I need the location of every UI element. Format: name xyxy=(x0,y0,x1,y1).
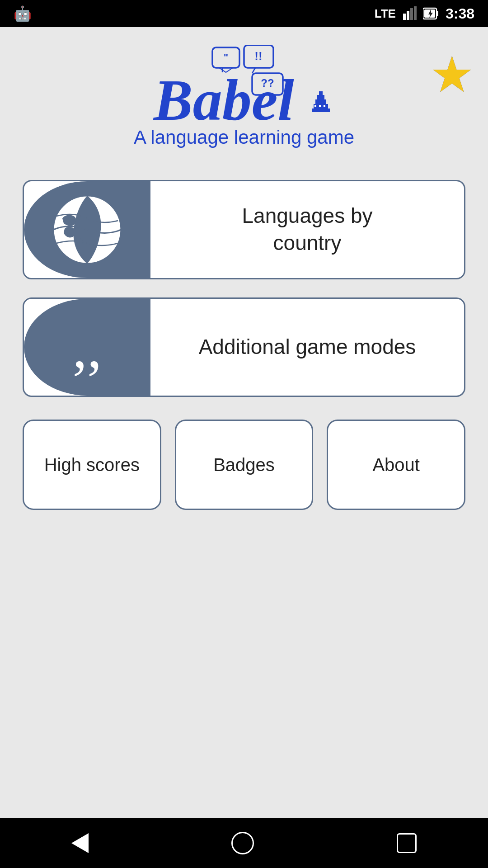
additional-game-modes-button[interactable]: ,, Additional game modes xyxy=(23,297,465,397)
svg-rect-1 xyxy=(407,11,409,20)
high-scores-button[interactable]: High scores xyxy=(23,420,161,510)
navigation-bar xyxy=(0,818,488,868)
svg-rect-23 xyxy=(314,105,316,107)
lte-indicator: LTE xyxy=(375,7,396,21)
back-icon xyxy=(71,833,89,853)
svg-rect-25 xyxy=(324,105,325,107)
recent-apps-icon xyxy=(397,833,417,853)
languages-by-country-button[interactable]: Languages bycountry xyxy=(23,180,465,279)
svg-rect-20 xyxy=(315,99,326,104)
back-button[interactable] xyxy=(71,833,89,853)
svg-text:!!: !! xyxy=(254,49,262,63)
svg-rect-3 xyxy=(414,6,417,20)
svg-rect-24 xyxy=(319,105,321,107)
svg-rect-0 xyxy=(403,14,406,20)
header: " !! ?? Babel xyxy=(14,45,474,166)
about-button[interactable]: About xyxy=(327,420,465,510)
svg-rect-18 xyxy=(312,108,330,112)
badges-button[interactable]: Badges xyxy=(175,420,314,510)
main-content: " !! ?? Babel xyxy=(0,27,488,818)
svg-rect-5 xyxy=(436,11,438,16)
svg-text:": " xyxy=(224,52,228,63)
quote-icon-container: ,, xyxy=(24,299,150,396)
logo-area: " !! ?? Babel xyxy=(134,45,354,166)
home-button[interactable] xyxy=(231,832,254,854)
additional-game-modes-label: Additional game modes xyxy=(150,334,464,361)
recent-apps-button[interactable] xyxy=(397,833,417,853)
badges-label: Badges xyxy=(213,455,275,475)
globe-icon xyxy=(51,193,123,266)
signal-icon xyxy=(402,6,417,21)
home-icon xyxy=(231,832,254,854)
svg-rect-21 xyxy=(317,95,324,99)
high-scores-label: High scores xyxy=(44,455,140,475)
battery-icon xyxy=(423,6,439,21)
status-time: 3:38 xyxy=(446,5,474,22)
svg-rect-22 xyxy=(319,91,323,95)
about-label: About xyxy=(372,455,420,475)
globe-icon-container xyxy=(24,181,150,278)
star-icon[interactable]: ★ xyxy=(430,50,474,99)
languages-by-country-label: Languages bycountry xyxy=(150,203,464,257)
app-subtitle: A language learning game xyxy=(134,127,354,148)
svg-text:Babel: Babel xyxy=(153,67,294,127)
status-bar: 🤖 LTE 3:38 xyxy=(0,0,488,27)
quote-marks-icon: ,, xyxy=(73,327,102,368)
svg-rect-2 xyxy=(410,8,413,20)
notification-icon: 🤖 xyxy=(14,5,32,22)
bottom-buttons: High scores Badges About xyxy=(23,420,465,510)
babel-logo: " !! ?? Babel xyxy=(149,45,339,127)
